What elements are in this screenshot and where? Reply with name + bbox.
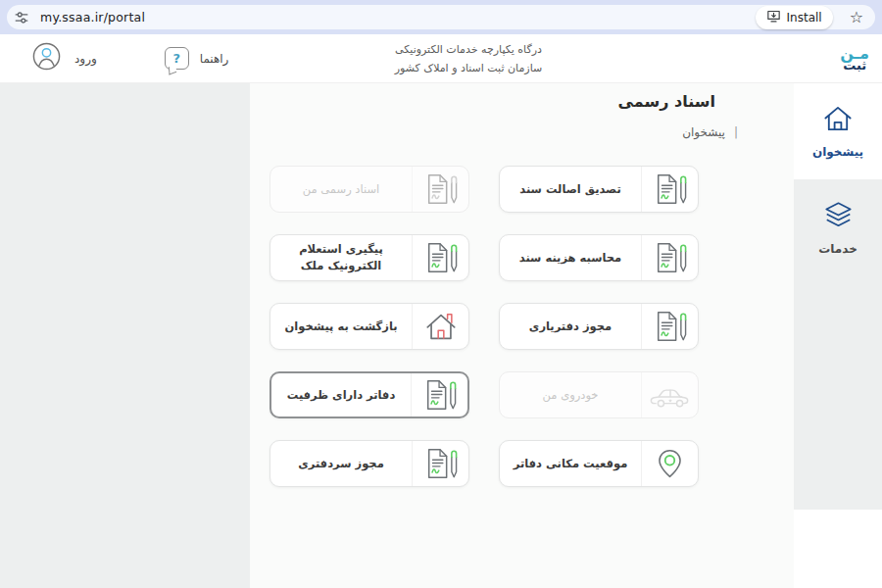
main-panel: اسناد رسمی پیشخوان| تصدیق اصالت سند اسنا… [250,83,794,588]
service-button-label: خودروی من [500,372,641,417]
site-header: ورود ? راهنما درگاه یکپارچه خدمات الکترو… [0,34,882,83]
service-button-label: مجوز دفتریاری [500,304,641,349]
sidebar-item-services[interactable]: خدمات [794,200,882,256]
document-pen-icon [412,441,468,486]
layers-icon [822,200,855,235]
document-pen-icon [641,304,698,349]
service-button-label: بازگشت به پیشخوان [270,304,412,349]
browser-bar: my.ssaa.ir/portal Install ☆ [0,0,882,34]
car-icon [641,372,698,417]
sidebar: پیشخوان خدمات [794,83,882,588]
left-gutter [0,83,250,588]
service-button-label: تصدیق اصالت سند [500,167,641,212]
org-title-line1: درگاه یکپارچه خدمات الکترونیکی [395,39,542,58]
document-pen-icon [641,235,698,280]
service-button-label: پیگیری استعلام الکترونیک ملک [270,235,412,280]
logo[interactable]: مـن ثبت [840,46,869,72]
service-button-1[interactable]: تصدیق اصالت سند [499,166,699,213]
service-button-label: دفاتر دارای ظرفیت [271,373,411,416]
service-button-3[interactable]: محاسبه هزینه سند [499,234,699,281]
breadcrumb-item-dashboard[interactable]: پیشخوان [682,125,725,139]
page-title: اسناد رسمی [250,92,794,111]
service-button-4[interactable]: پیگیری استعلام الکترونیک ملک [270,234,469,281]
service-button-10[interactable]: مجوز سردفتری [270,440,469,487]
house-icon [412,304,468,349]
bookmark-star-icon[interactable]: ☆ [850,10,863,25]
service-button-7: خودروی من [499,371,699,418]
url-text[interactable]: my.ssaa.ir/portal [40,10,145,24]
service-button-2: اسناد رسمی من [270,166,469,213]
service-button-6[interactable]: بازگشت به پیشخوان [270,303,469,350]
org-title-line2: سازمان ثبت اسناد و املاک کشور [395,59,542,77]
install-label: Install [787,11,822,24]
sidebar-item-label: خدمات [818,242,858,256]
document-pen-icon [412,235,468,280]
install-button[interactable]: Install [756,6,833,29]
breadcrumb: پیشخوان| [250,125,794,139]
help-link[interactable]: راهنما [200,52,229,66]
service-button-label: مجوز سردفتری [270,441,412,486]
content-area: اسناد رسمی پیشخوان| تصدیق اصالت سند اسنا… [0,83,882,588]
org-title: درگاه یکپارچه خدمات الکترونیکی سازمان ثب… [395,39,542,77]
logo-bottom-text: ثبت [840,59,869,72]
service-button-8[interactable]: دفاتر دارای ظرفیت [270,371,469,418]
sidebar-inactive-section: خدمات [794,179,882,510]
login-link[interactable]: ورود [74,52,97,66]
service-button-label: اسناد رسمی من [270,167,412,212]
address-bar[interactable]: my.ssaa.ir/portal Install ☆ [7,5,875,29]
install-icon [766,9,781,26]
breadcrumb-separator: | [734,125,738,139]
question-mark: ? [172,51,180,66]
help-bubble-icon[interactable]: ? [165,47,189,70]
user-profile-icon[interactable] [31,41,62,75]
service-button-9[interactable]: موقعیت مکانی دفاتر [499,440,699,487]
document-pen-icon [411,373,467,416]
site-settings-icon[interactable] [11,7,32,28]
service-button-label: موقعیت مکانی دفاتر [500,441,641,486]
map-pin-icon [641,441,698,486]
services-grid: تصدیق اصالت سند اسناد رسمی من محاسبه هزی… [270,166,699,487]
sidebar-item-label: پیشخوان [812,145,863,159]
service-button-label: محاسبه هزینه سند [500,235,641,280]
document-pen-icon [641,167,698,212]
sidebar-item-dashboard[interactable]: پیشخوان [794,83,882,179]
home-icon [821,104,855,138]
service-button-5[interactable]: مجوز دفتریاری [499,303,699,350]
document-pen-icon [412,167,468,212]
